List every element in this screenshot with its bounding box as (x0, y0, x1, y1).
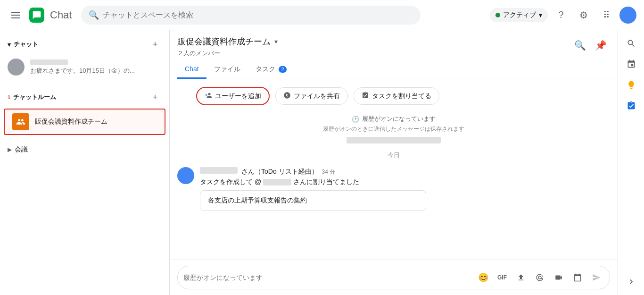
app-title: Chat (50, 9, 72, 21)
date-divider: 今日 (177, 151, 610, 160)
chat-room-name: 販促会議資料作成チーム (35, 118, 107, 126)
add-user-icon (205, 92, 212, 101)
add-user-button[interactable]: ユーザーを追加 (196, 87, 270, 105)
action-buttons: ユーザーを追加 ファイルを共有 タスクを割り当てる (177, 87, 610, 105)
apps-button[interactable]: ⠿ (597, 6, 616, 25)
search-input[interactable] (103, 11, 413, 19)
chevron-right-icon (622, 272, 641, 291)
clock-icon: 🕐 (352, 116, 359, 123)
message-text: タスクを作成して @ さんに割り当てました (200, 178, 610, 186)
right-note-button[interactable] (622, 76, 641, 94)
share-file-button[interactable]: ファイルを共有 (275, 87, 348, 105)
right-expand-button[interactable] (622, 272, 641, 291)
send-button[interactable] (589, 270, 604, 285)
status-badge[interactable]: アクティブ ▾ (490, 8, 548, 22)
video-button[interactable] (551, 270, 566, 285)
hamburger-button[interactable] (8, 8, 24, 22)
history-notice: 🕐 履歴がオンになっています 履歴がオンのときに送信したメッセージは保存されます (177, 115, 610, 133)
history-sub: 履歴がオンのときに送信したメッセージは保存されます (177, 125, 610, 133)
sidebar-item-chat[interactable]: お疲れさまです。10月15日（金）の... (0, 55, 169, 79)
chat-members: ２人のメンバー (177, 49, 278, 58)
chat-body: ユーザーを追加 ファイルを共有 タスクを割り当てる (170, 79, 618, 260)
message-avatar (177, 167, 194, 184)
chat-add-button[interactable]: + (149, 38, 162, 51)
chat-content: 販促会議資料作成チーム ▾ ２人のメンバー 🔍 📌 Chat ファイル (170, 30, 618, 295)
message-input[interactable] (183, 274, 472, 281)
tab-tasks[interactable]: タスク 2 (248, 61, 294, 79)
right-search-button[interactable] (622, 34, 641, 53)
chat-item-info: お疲れさまです。10月15日（金）の... (30, 59, 162, 75)
chevron-right-icon: ▶ (8, 146, 12, 153)
input-box: 😊 GIF (177, 266, 610, 289)
emoji-button[interactable]: 😊 (476, 270, 491, 285)
chevron-down-icon: ▾ (8, 41, 11, 48)
chat-title: 販促会議資料作成チーム (177, 36, 271, 47)
status-dropdown-icon: ▾ (539, 11, 542, 19)
history-text: 履歴がオンになっています (362, 115, 436, 123)
calendar-button[interactable] (570, 270, 585, 285)
chat-room-icon (12, 113, 29, 130)
section-number-badge: 1 (8, 94, 10, 100)
upload-button[interactable] (513, 270, 528, 285)
chat-section-header[interactable]: ▾ チャット + (0, 34, 169, 55)
chat-item-preview: お疲れさまです。10月15日（金）の... (30, 67, 162, 75)
header-right: アクティブ ▾ ? ⚙ ⠿ (490, 6, 636, 25)
search-bar[interactable]: 🔍 (81, 6, 421, 25)
main-layout: ▾ チャット + お疲れさまです。10月15日（金）の... 1 (0, 30, 644, 295)
rooms-section: 1 チャットルーム + 販促会議資料作成チーム (0, 83, 169, 140)
assign-task-button[interactable]: タスクを割り当てる (354, 87, 439, 105)
chat-section: ▾ チャット + お疲れさまです。10月15日（金）の... (0, 30, 169, 83)
help-button[interactable]: ? (552, 6, 570, 25)
chat-title-row: 販促会議資料作成チーム ▾ (177, 36, 278, 47)
tasks-badge: 2 (279, 66, 286, 73)
history-icon-row: 🕐 履歴がオンになっています (177, 115, 610, 123)
chat-input-area: 😊 GIF (170, 260, 618, 295)
task-card: 各支店の上期予算収支報告の集約 (200, 190, 426, 211)
sidebar: ▾ チャット + お疲れさまです。10月15日（金）の... 1 (0, 30, 170, 295)
right-panel (618, 30, 644, 295)
message-suffix: さん（ToDo リスト経由） (241, 168, 318, 176)
status-dot (495, 13, 500, 17)
tab-chat[interactable]: Chat (177, 61, 206, 79)
assign-task-icon (362, 92, 369, 101)
chat-pin-button[interactable]: 📌 (591, 36, 610, 55)
chat-search-button[interactable]: 🔍 (570, 36, 589, 55)
tab-files[interactable]: ファイル (206, 61, 248, 79)
avatar[interactable] (619, 7, 636, 24)
rooms-add-button[interactable]: + (149, 91, 162, 104)
rooms-section-header[interactable]: 1 チャットルーム + (0, 87, 169, 108)
message-row: さん（ToDo リスト経由） 34 分 タスクを作成して @ さんに割り当てまし… (177, 167, 610, 211)
chat-section-title: ▾ チャット (8, 40, 38, 49)
right-tasks-button[interactable] (622, 96, 641, 115)
message-mention-blurred (263, 179, 291, 185)
chat-item-avatar (8, 59, 25, 76)
share-file-icon (283, 92, 291, 101)
app-logo (29, 8, 44, 23)
status-label: アクティブ (503, 11, 536, 19)
settings-button[interactable]: ⚙ (574, 6, 593, 25)
right-pin-button[interactable] (622, 55, 641, 74)
chat-header-icons: 🔍 📌 (570, 36, 610, 55)
message-header: さん（ToDo リスト経由） 34 分 (200, 167, 610, 176)
mention-button[interactable] (532, 270, 547, 285)
blurred-message-row (177, 137, 610, 143)
rooms-section-title: 1 チャットルーム (8, 93, 56, 101)
chat-item-name (30, 59, 162, 67)
title-dropdown-icon[interactable]: ▾ (274, 38, 278, 45)
chat-header: 販促会議資料作成チーム ▾ ２人のメンバー 🔍 📌 Chat ファイル (170, 30, 618, 79)
message-time: 34 分 (322, 168, 336, 176)
top-header: Chat 🔍 アクティブ ▾ ? ⚙ ⠿ (0, 0, 644, 30)
chat-room-item[interactable]: 販促会議資料作成チーム (4, 109, 165, 135)
meetings-section[interactable]: ▶ 会議 (0, 140, 169, 160)
chat-tabs: Chat ファイル タスク 2 (177, 61, 610, 79)
search-icon: 🔍 (89, 10, 99, 20)
message-content: さん（ToDo リスト経由） 34 分 タスクを作成して @ さんに割り当てまし… (200, 167, 610, 211)
meetings-label: 会議 (15, 145, 28, 154)
message-name-blurred (200, 167, 238, 174)
gif-button[interactable]: GIF (495, 270, 510, 285)
